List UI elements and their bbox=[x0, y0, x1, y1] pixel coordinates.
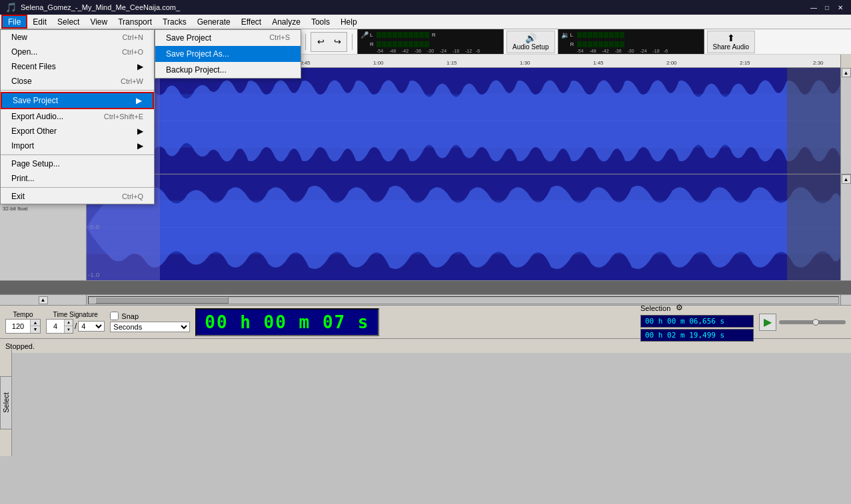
menu-new-label: New bbox=[11, 33, 27, 42]
time-sig-bottom[interactable]: 4 8 16 bbox=[78, 321, 105, 332]
track-collapse-btn-1[interactable]: ▲ bbox=[842, 68, 851, 77]
submenu-save-shortcut: Ctrl+S bbox=[269, 33, 290, 43]
menu-item-effect[interactable]: Effect bbox=[236, 15, 267, 29]
menu-recent-arrow: ▶ bbox=[137, 62, 143, 71]
menu-item-analyze[interactable]: Analyze bbox=[267, 15, 306, 29]
menu-new[interactable]: New Ctrl+N bbox=[1, 30, 154, 45]
menu-save-project[interactable]: Save Project ▶ bbox=[1, 92, 154, 109]
title-bar-title: Selena_Gomez_-_My_Mind_Me_CeeNaija.com_ bbox=[21, 3, 180, 11]
menu-close-shortcut: Ctrl+W bbox=[121, 77, 143, 85]
track-end-region-2 bbox=[787, 174, 840, 280]
track-vscroll-2[interactable]: ▲ bbox=[840, 174, 851, 280]
menu-bar: File Edit Select View Transport Tracks G… bbox=[0, 15, 851, 29]
time-sig-section: Time Signature ▲ ▼ / 4 8 16 bbox=[46, 311, 105, 334]
menu-page-setup-label: Page Setup... bbox=[11, 159, 60, 168]
ts-top-up-btn[interactable]: ▲ bbox=[65, 320, 73, 326]
menu-open-shortcut: Ctrl+O bbox=[122, 48, 143, 56]
track-waveform-2: 1.0 0.0 -1.0 bbox=[87, 174, 840, 280]
menu-exit[interactable]: Exit Ctrl+Q bbox=[1, 189, 154, 204]
submenu-backup-label: Backup Project... bbox=[166, 65, 227, 75]
submenu-save-project[interactable]: Save Project Ctrl+S bbox=[155, 30, 301, 46]
empty-track-left bbox=[0, 281, 87, 294]
tempo-input[interactable]: ▲ ▼ bbox=[5, 319, 41, 334]
menu-item-generate[interactable]: Generate bbox=[192, 15, 236, 29]
title-bar: 🎵 Selena_Gomez_-_My_Mind_Me_CeeNaija.com… bbox=[0, 0, 851, 15]
track-end-region-1 bbox=[787, 68, 840, 174]
time-sig-label: Time Signature bbox=[53, 311, 97, 318]
sep3 bbox=[305, 34, 306, 50]
waveform-svg-1: 1.0 0.0 -1.0 bbox=[87, 68, 840, 174]
menu-import[interactable]: Import ▶ bbox=[1, 138, 154, 153]
time-sig-top-input[interactable] bbox=[47, 320, 64, 333]
undo-button[interactable]: ↩ bbox=[313, 34, 329, 50]
menu-item-tracks[interactable]: Tracks bbox=[157, 15, 192, 29]
menu-item-edit[interactable]: Edit bbox=[27, 15, 52, 29]
share-audio-button[interactable]: ⬆ Share Audio bbox=[707, 31, 756, 53]
audio-setup-button[interactable]: 🔊 Audio Setup bbox=[506, 31, 555, 53]
file-menu-sep1 bbox=[1, 90, 154, 91]
select-button[interactable]: Select bbox=[0, 376, 12, 429]
menu-item-select[interactable]: Select bbox=[52, 15, 85, 29]
menu-item-file[interactable]: File bbox=[1, 15, 27, 29]
tempo-up-btn[interactable]: ▲ bbox=[31, 320, 40, 326]
tempo-value-input[interactable] bbox=[6, 320, 30, 333]
select-btn-label: Select bbox=[2, 393, 10, 413]
menu-exit-label: Exit bbox=[11, 192, 25, 201]
speaker-icon: 🔊 bbox=[525, 33, 536, 43]
play-button[interactable]: ▶ bbox=[759, 314, 776, 331]
track-vscroll-1[interactable]: ▲ bbox=[840, 68, 851, 174]
scrollbar-right-spacer bbox=[840, 295, 851, 305]
submenu-backup[interactable]: Backup Project... bbox=[155, 62, 301, 78]
menu-item-transport[interactable]: Transport bbox=[113, 15, 157, 29]
menu-recent-files[interactable]: Recent Files ▶ bbox=[1, 59, 154, 74]
scroll-up-button[interactable]: ▲ bbox=[39, 296, 48, 304]
close-button[interactable]: ✕ bbox=[835, 2, 846, 13]
menu-close[interactable]: Close Ctrl+W bbox=[1, 74, 154, 89]
menu-save-project-label: Save Project bbox=[13, 96, 58, 105]
minimize-button[interactable]: — bbox=[808, 2, 819, 13]
submenu-save-as[interactable]: Save Project As... bbox=[155, 46, 301, 62]
menu-page-setup[interactable]: Page Setup... bbox=[1, 156, 154, 171]
volume-slider-track[interactable] bbox=[779, 320, 846, 324]
menu-open-label: Open... bbox=[11, 47, 37, 57]
menu-export-other-label: Export Other bbox=[11, 126, 57, 136]
file-menu-sep2 bbox=[1, 154, 154, 155]
output-icon: 🔉 bbox=[561, 31, 569, 39]
h-scrollbar[interactable]: ▲ bbox=[0, 294, 851, 305]
tempo-spinners[interactable]: ▲ ▼ bbox=[30, 320, 40, 333]
menu-item-tools[interactable]: Tools bbox=[306, 15, 335, 29]
snap-checkbox[interactable] bbox=[110, 312, 119, 320]
track-collapse-btn-2[interactable]: ▲ bbox=[842, 174, 851, 184]
menu-export-label: Export Audio... bbox=[11, 112, 63, 121]
tempo-down-btn[interactable]: ▼ bbox=[31, 326, 40, 333]
maximize-button[interactable]: □ bbox=[822, 2, 832, 13]
menu-print-label: Print... bbox=[11, 174, 35, 183]
menu-item-view[interactable]: View bbox=[85, 15, 113, 29]
tempo-section: Tempo ▲ ▼ bbox=[5, 311, 41, 334]
time-sig-inputs: ▲ ▼ / 4 8 16 bbox=[46, 319, 105, 334]
menu-print[interactable]: Print... bbox=[1, 171, 154, 186]
menu-item-help[interactable]: Help bbox=[335, 15, 363, 29]
h-scroll-thumb[interactable] bbox=[95, 297, 229, 304]
menu-open[interactable]: Open... Ctrl+O bbox=[1, 45, 154, 59]
bottom-controls: Tempo ▲ ▼ Time Signature ▲ ▼ / 4 bbox=[0, 305, 851, 338]
menu-save-project-arrow: ▶ bbox=[136, 96, 142, 105]
share-icon: ⬆ bbox=[727, 33, 735, 43]
time-sig-top-spinners[interactable]: ▲ ▼ bbox=[64, 320, 73, 333]
menu-export-audio[interactable]: Export Audio... Ctrl+Shift+E bbox=[1, 109, 154, 124]
time-sig-bottom-select[interactable]: 4 8 16 bbox=[79, 322, 104, 331]
track-waveform-1: 1.0 0.0 -1.0 bbox=[87, 68, 840, 174]
title-bar-controls[interactable]: — □ ✕ bbox=[808, 2, 846, 13]
menu-close-label: Close bbox=[11, 77, 32, 86]
submenu-save-as-label: Save Project As... bbox=[166, 49, 229, 59]
empty-track-scroll bbox=[840, 281, 851, 294]
h-scroll-track[interactable] bbox=[88, 296, 839, 304]
time-sig-separator: / bbox=[75, 322, 77, 331]
redo-button[interactable]: ↪ bbox=[329, 34, 345, 50]
volume-slider-thumb[interactable] bbox=[812, 319, 819, 326]
ts-top-down-btn[interactable]: ▼ bbox=[65, 326, 73, 333]
time-sig-top[interactable]: ▲ ▼ bbox=[46, 319, 73, 334]
selection-end-display: 00 h 02 m 19,499 s bbox=[640, 329, 754, 342]
snap-dropdown[interactable]: Seconds Beats Samples Milliseconds bbox=[110, 322, 190, 332]
menu-export-other[interactable]: Export Other ▶ bbox=[1, 124, 154, 138]
